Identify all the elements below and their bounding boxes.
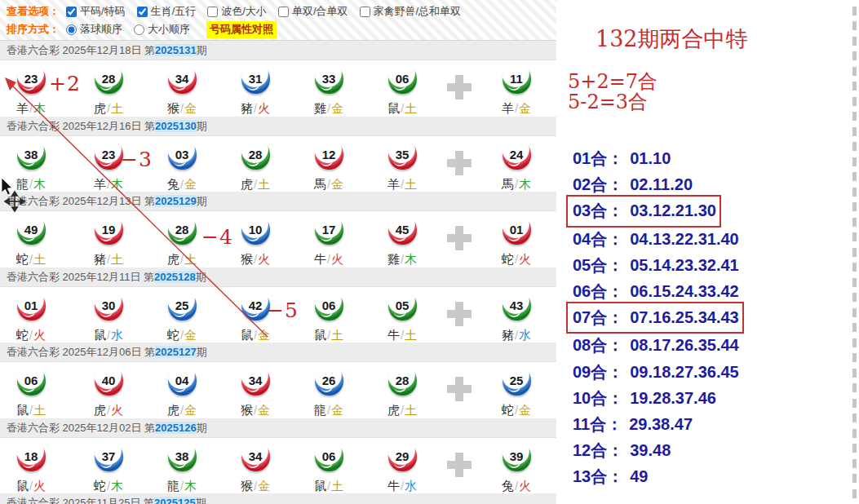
lottery-ball-12: 12 — [315, 139, 343, 170]
lottery-ball-45: 45 — [388, 214, 417, 245]
lottery-ball-35: 35 — [388, 139, 417, 170]
draw-header: 香港六合彩 2025年12月16日 第2025130期 — [0, 117, 556, 136]
ball-cell: 06鼠/土 — [299, 441, 358, 494]
sort-option-label-1: 落球顺序 — [80, 22, 122, 37]
lottery-ball-49: 49 — [17, 214, 46, 245]
lottery-ball-24: 24 — [503, 139, 531, 170]
lottery-ball-04: 04 — [168, 365, 197, 396]
balls-row: 49蛇/土19豬/土28虎/土10猴/火17牛/火45雞/木01蛇/火 — [0, 211, 556, 267]
view-option-input-1[interactable] — [66, 7, 77, 17]
draw-section-2025128: 香港六合彩 2025年12月11日 第2025128期01蛇/火30鼠/水25蛇… — [0, 267, 556, 343]
lottery-ball-38: 38 — [168, 441, 197, 471]
ball-cell: 28虎/土 — [226, 139, 285, 192]
ball-cell: 30鼠/水 — [79, 290, 138, 343]
lottery-ball-01: 01 — [17, 290, 46, 321]
combo-label: 05合： — [573, 256, 623, 274]
sort-option-input-1[interactable] — [66, 24, 77, 35]
combo-list: 01合：01.1002合：02.11.2003合：03.12.21.3004合：… — [573, 145, 859, 489]
ball-cell: 12馬/金 — [299, 139, 358, 192]
balls-row: 38龍/木23羊/木03兔/金28虎/土12馬/金35羊/土24馬/木 — [0, 136, 556, 192]
view-option-5[interactable]: 家禽野兽/总和单双 — [360, 4, 462, 19]
ball-cell: 23羊/木 — [79, 139, 138, 192]
plus-separator-icon — [447, 226, 472, 250]
view-option-3[interactable]: 波色/大小 — [207, 4, 267, 19]
lottery-ball-06: 06 — [315, 290, 343, 321]
ball-cell: 03兔/金 — [153, 139, 211, 192]
lottery-ball-40: 40 — [95, 365, 123, 396]
draw-section-2025125: 香港六合彩 2025年11月25日 第2025125期 — [0, 493, 556, 504]
combo-value: 02.11.20 — [630, 175, 693, 193]
view-option-input-4[interactable] — [278, 7, 289, 17]
draw-header: 香港六合彩 2025年12月02日 第2025126期 — [0, 418, 556, 438]
combo-label: 08合： — [573, 336, 623, 354]
formula-line-2: 5-2=3合 — [568, 92, 859, 113]
sort-option-1[interactable]: 落球顺序 — [66, 22, 122, 37]
combo-label: 10合： — [573, 389, 623, 407]
view-option-input-5[interactable] — [360, 7, 370, 17]
draw-header: 香港六合彩 2025年12月13日 第2025129期 — [0, 192, 556, 211]
sort-option-2[interactable]: 大小顺序 — [134, 22, 190, 37]
combo-value: 08.17.26.35.44 — [630, 336, 738, 354]
issue-number: 2025126 — [155, 422, 197, 434]
draw-header: 香港六合彩 2025年12月18日 第2025131期 — [0, 41, 556, 60]
ball-cell: 31豬/火 — [226, 64, 285, 117]
ball-cell: 34猴/金 — [226, 441, 285, 494]
formula-block: 5+2=7合 5-2=3合 — [568, 72, 859, 113]
zodiac-element-label: 猴/金 — [167, 101, 197, 117]
combo-value: 39.48 — [630, 441, 671, 459]
view-option-input-3[interactable] — [207, 7, 218, 17]
dashed-scroll-edge[interactable] — [852, 7, 857, 504]
lottery-ball-33: 33 — [315, 64, 343, 94]
zodiac-element-label: 蛇/火 — [16, 328, 46, 343]
view-option-input-2[interactable] — [137, 7, 148, 17]
ball-cell: 06鼠/土 — [2, 365, 60, 418]
ball-cell: 18鼠/火 — [2, 441, 60, 494]
filter-toolbar: 查看选项： 平码/特码生肖/五行波色/大小单双/合单双家禽野兽/总和单双 排序方… — [0, 0, 556, 41]
draw-section-2025131: 香港六合彩 2025年12月18日 第2025131期23羊/木28虎/土34猴… — [0, 41, 556, 117]
number-attribute-compare-link[interactable]: 号码属性对照 — [206, 21, 277, 38]
zodiac-element-label: 豬/土 — [94, 252, 123, 267]
view-option-2[interactable]: 生肖/五行 — [137, 4, 197, 19]
zodiac-element-label: 虎/金 — [167, 403, 197, 418]
ball-cell: 42鼠/金 — [226, 290, 285, 343]
ball-cell: 28虎/土 — [79, 64, 138, 117]
lottery-ball-37: 37 — [95, 441, 123, 471]
plus-separator-icon — [447, 151, 472, 175]
view-option-4[interactable]: 单双/合单双 — [278, 4, 348, 19]
combo-label: 13合： — [573, 467, 623, 485]
ball-cell: 38龍/木 — [153, 441, 211, 494]
lottery-ball-05: 05 — [388, 290, 417, 321]
lottery-ball-01: 01 — [503, 214, 531, 245]
lottery-ball-19: 19 — [95, 214, 123, 245]
zodiac-element-label: 兔/火 — [502, 479, 531, 494]
issue-number: 2025125 — [154, 497, 196, 504]
zodiac-element-label: 豬/火 — [241, 101, 270, 117]
lottery-ball-23: 23 — [95, 139, 123, 170]
view-option-label-4: 单双/合单双 — [292, 4, 348, 19]
zodiac-element-label: 虎/土 — [387, 403, 417, 418]
lottery-ball-28: 28 — [95, 64, 123, 94]
zodiac-element-label: 馬/金 — [314, 177, 343, 192]
ball-cell: 01蛇/火 — [2, 290, 60, 343]
combo-value: 49 — [630, 467, 648, 485]
zodiac-element-label: 馬/木 — [502, 177, 531, 192]
zodiac-element-label: 猴/火 — [241, 252, 270, 267]
lottery-ball-34: 34 — [241, 441, 270, 471]
ball-cell: 45雞/木 — [373, 214, 432, 267]
zodiac-element-label: 蛇/金 — [167, 328, 197, 343]
lottery-ball-26: 26 — [315, 365, 343, 396]
view-option-1[interactable]: 平码/特码 — [66, 4, 126, 19]
ball-cell: 26龍/金 — [299, 365, 358, 418]
sort-options-label: 排序方式： — [7, 22, 60, 37]
combo-item-6: 06合：06.15.24.33.42 — [573, 278, 859, 304]
balls-row: 18鼠/火37蛇/木38龍/木34猴/金06鼠/土29牛/水39兔/火 — [0, 438, 556, 494]
zodiac-element-label: 兔/金 — [167, 177, 197, 192]
lottery-ball-11: 11 — [503, 64, 531, 94]
ball-cell: 23羊/木 — [2, 64, 60, 117]
balls-row: 06鼠/土40虎/火04虎/金34猴/金26龍/金28虎/土25蛇/金 — [0, 362, 556, 418]
sort-option-input-2[interactable] — [134, 24, 144, 35]
combo-item-12: 12合：39.48 — [573, 437, 859, 463]
combo-label: 07合： — [573, 308, 623, 326]
combo-value: 03.12.21.30 — [630, 201, 716, 219]
zodiac-element-label: 龍/木 — [167, 479, 197, 494]
